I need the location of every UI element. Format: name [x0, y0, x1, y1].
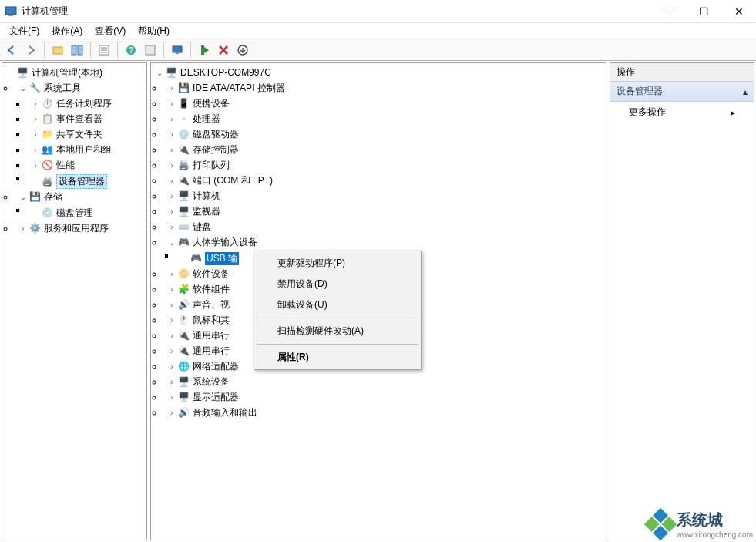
tree-shared-folders[interactable]: ›📁共享文件夹	[27, 126, 146, 142]
network-icon: 🌐	[177, 360, 190, 372]
cm-scan-hardware[interactable]: 扫描检测硬件改动(A)	[256, 321, 419, 342]
expand-icon[interactable]: ›	[166, 301, 177, 309]
audio-icon: 🔊	[177, 406, 190, 419]
keyboard-icon: ⌨️	[177, 221, 190, 233]
expand-icon[interactable]: ›	[166, 115, 177, 123]
expand-icon[interactable]: ›	[166, 285, 177, 294]
collapse-icon[interactable]: ⌄	[154, 69, 165, 77]
expand-icon[interactable]: ›	[166, 316, 177, 325]
cm-separator	[257, 318, 418, 318]
device-keyboards[interactable]: ›⌨️键盘	[163, 219, 606, 234]
collapse-icon[interactable]: ⌄	[166, 238, 177, 247]
scheduler-icon: ⏱️	[41, 97, 53, 109]
cm-properties[interactable]: 属性(R)	[256, 347, 419, 368]
expand-icon[interactable]: ›	[166, 332, 177, 340]
menu-help[interactable]: 帮助(H)	[132, 23, 176, 39]
tree-local-users[interactable]: ›👥本地用户和组	[27, 142, 146, 157]
toolbar: ?	[0, 39, 756, 61]
forward-button[interactable]	[22, 42, 39, 59]
cm-uninstall-device[interactable]: 卸载设备(U)	[256, 295, 419, 315]
refresh-button[interactable]	[142, 42, 159, 59]
submenu-arrow-icon: ▸	[731, 107, 735, 118]
storage-icon: 💾	[29, 190, 41, 203]
device-disk-drives[interactable]: ›💿磁盘驱动器	[163, 126, 606, 142]
collapse-icon[interactable]: ⌄	[18, 84, 29, 93]
expand-icon[interactable]: ›	[166, 393, 177, 402]
tree-disk-management[interactable]: 💿磁盘管理	[27, 205, 146, 221]
device-audio-io[interactable]: ›🔊音频输入和输出	[163, 405, 606, 420]
tree-storage[interactable]: ⌄ 💾 存储	[15, 189, 146, 204]
tree-device-manager[interactable]: 🖨️设备管理器	[27, 173, 146, 189]
expand-icon[interactable]: ›	[166, 130, 177, 139]
device-system[interactable]: ›🖥️系统设备	[163, 374, 606, 389]
expand-icon[interactable]: ›	[18, 224, 29, 233]
device-print-queues[interactable]: ›🖨️打印队列	[163, 157, 606, 173]
device-root[interactable]: ⌄ 🖥️ DESKTOP-COM997C	[151, 65, 606, 80]
up-button[interactable]	[49, 42, 66, 59]
expand-icon[interactable]: ›	[166, 146, 177, 154]
expand-icon[interactable]: ›	[166, 177, 177, 185]
expand-icon[interactable]: ›	[166, 161, 177, 170]
expand-icon[interactable]: ›	[166, 207, 177, 216]
expand-icon[interactable]: ›	[166, 409, 177, 417]
sound-icon: 🔊	[177, 298, 190, 311]
disk-icon: 💿	[41, 207, 53, 219]
update-button[interactable]	[234, 42, 251, 59]
device-ports[interactable]: ›🔌端口 (COM 和 LPT)	[163, 173, 606, 188]
expand-icon[interactable]: ›	[30, 99, 41, 108]
printer-icon: 🖨️	[177, 159, 190, 171]
delete-button[interactable]	[215, 42, 232, 59]
device-storage-ctrl[interactable]: ›🔌存储控制器	[163, 142, 606, 157]
tree-system-tools[interactable]: ⌄ 🔧 系统工具	[15, 80, 146, 96]
device-monitors[interactable]: ›🖥️监视器	[163, 204, 606, 219]
monitor-button[interactable]	[169, 42, 186, 59]
device-display[interactable]: ›🖥️显示适配器	[163, 389, 606, 405]
cm-update-driver[interactable]: 更新驱动程序(P)	[256, 253, 419, 274]
expand-icon[interactable]: ›	[30, 146, 41, 154]
menu-file[interactable]: 文件(F)	[3, 23, 45, 39]
scan-button[interactable]	[196, 42, 213, 59]
menu-view[interactable]: 查看(V)	[89, 23, 132, 39]
cm-disable-device[interactable]: 禁用设备(D)	[256, 274, 419, 295]
device-mgr-icon: 🖨️	[41, 175, 53, 187]
tree-root-computer-mgmt[interactable]: 🖥️ 计算机管理(本地)	[2, 65, 146, 80]
device-portable[interactable]: ›📱便携设备	[163, 96, 606, 111]
show-hide-button[interactable]	[69, 42, 86, 59]
actions-more[interactable]: 更多操作 ▸	[610, 102, 754, 123]
back-button[interactable]	[3, 42, 20, 59]
device-computer[interactable]: ›🖥️计算机	[163, 188, 606, 204]
tree-performance[interactable]: ›🚫性能	[27, 157, 146, 173]
port-icon: 🔌	[177, 174, 190, 187]
device-ide[interactable]: ›💾IDE ATA/ATAPI 控制器	[163, 80, 606, 96]
toolbar-separator	[90, 42, 91, 58]
help-button[interactable]: ?	[123, 42, 139, 59]
close-button[interactable]: ✕	[721, 1, 756, 22]
expand-icon[interactable]: ›	[166, 99, 177, 108]
expand-icon[interactable]: ›	[166, 378, 177, 386]
minimize-button[interactable]: ─	[652, 1, 687, 22]
collapse-icon[interactable]: ⌄	[18, 193, 29, 201]
expand-icon[interactable]: ›	[166, 192, 177, 200]
expand-icon[interactable]: ›	[30, 130, 41, 139]
perf-icon: 🚫	[41, 159, 53, 171]
tree-task-scheduler[interactable]: ›⏱️任务计划程序	[27, 96, 146, 111]
menu-action[interactable]: 操作(A)	[45, 23, 89, 39]
expand-icon[interactable]: ›	[166, 362, 177, 371]
expand-icon[interactable]: ›	[30, 115, 41, 123]
system-dev-icon: 🖥️	[177, 375, 190, 388]
expand-icon[interactable]: ›	[30, 161, 41, 170]
properties-button[interactable]	[96, 42, 113, 59]
users-icon: 👥	[41, 143, 53, 156]
tree-event-viewer[interactable]: ›📋事件查看器	[27, 111, 146, 126]
expand-icon[interactable]: ›	[166, 347, 177, 355]
expand-icon[interactable]: ›	[166, 84, 177, 93]
tree-services[interactable]: ›⚙️服务和应用程序	[15, 221, 146, 236]
maximize-button[interactable]: ☐	[687, 1, 721, 22]
svg-rect-12	[173, 46, 182, 52]
expand-icon[interactable]: ›	[166, 270, 177, 278]
actions-group[interactable]: 设备管理器 ▴	[610, 82, 754, 102]
device-processors[interactable]: ›▫️处理器	[163, 111, 606, 126]
device-hid[interactable]: ⌄🎮人体学输入设备	[163, 234, 606, 250]
expand-icon[interactable]: ›	[166, 223, 177, 231]
services-icon: ⚙️	[29, 222, 41, 234]
